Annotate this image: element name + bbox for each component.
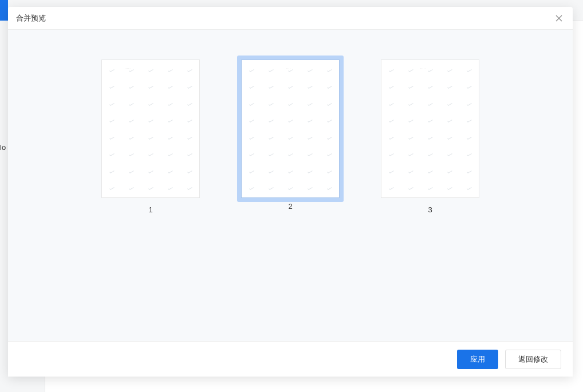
page-thumb-wrapper: ····· (97, 56, 204, 202)
page-item-2[interactable]: ···· 2 (237, 56, 344, 211)
toolbar-accent (0, 0, 8, 21)
page-content: ···· (242, 60, 339, 197)
dialog-header: 合并预览 (8, 7, 573, 30)
dialog-title: 合并预览 (16, 13, 46, 23)
close-icon (556, 15, 562, 22)
page-thumbnail: ····· (381, 60, 479, 198)
watermark-layer (242, 60, 339, 197)
page-thumb-wrapper: ····· (377, 56, 483, 202)
merge-preview-dialog: 合并预览 ····· 1 (8, 7, 573, 377)
apply-button[interactable]: 应用 (457, 350, 498, 369)
page-content: ····· (102, 60, 199, 197)
page-item-1[interactable]: ····· 1 (97, 56, 204, 214)
watermark-layer (102, 60, 199, 197)
page-content: ····· (381, 60, 479, 197)
page-thumb-wrapper: ···· (237, 56, 344, 202)
bg-text-left: lo (0, 143, 6, 152)
back-edit-button[interactable]: 返回修改 (505, 350, 561, 369)
page-thumbnail: ····· (101, 60, 200, 198)
page-item-3[interactable]: ····· 3 (377, 56, 483, 214)
watermark-layer (381, 60, 479, 197)
page-number-label: 1 (148, 205, 152, 214)
page-thumbnail: ···· (241, 60, 340, 198)
dialog-body: ····· 1 ···· 2 (8, 30, 573, 341)
pages-row: ····· 1 ···· 2 (19, 56, 561, 214)
page-number-label: 3 (428, 205, 432, 214)
page-number-label: 2 (288, 202, 292, 211)
dialog-footer: 应用 返回修改 (8, 341, 573, 377)
close-button[interactable] (553, 13, 565, 24)
